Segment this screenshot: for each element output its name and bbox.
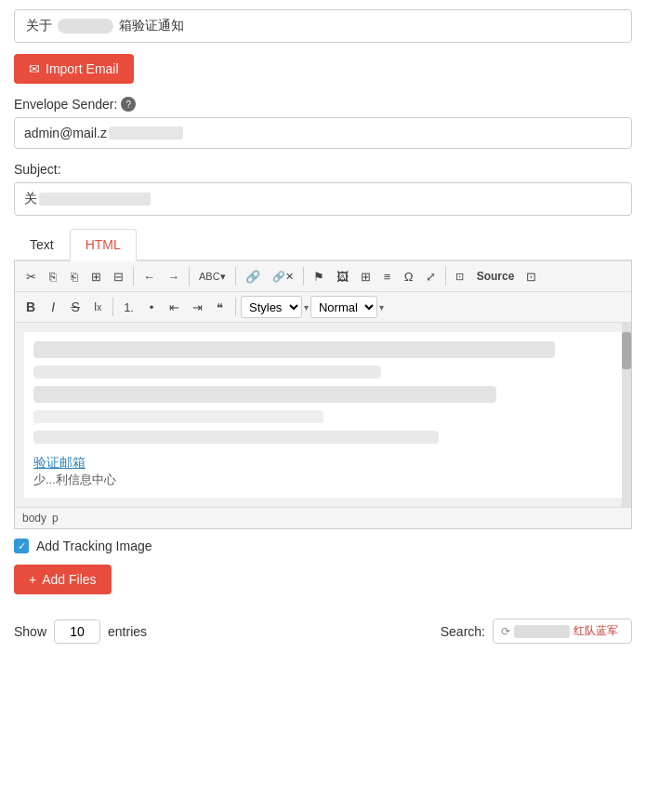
verify-link[interactable]: 验证邮箱 — [33, 455, 86, 470]
tabs-container: Text HTML — [14, 229, 632, 261]
blurred-block-5 — [33, 431, 439, 444]
add-files-button[interactable]: + Add Files — [14, 565, 112, 594]
tracking-label: Add Tracking Image — [36, 539, 152, 553]
import-icon: ✉ — [29, 61, 40, 76]
search-label: Search: — [441, 624, 485, 639]
subject-label: Subject: — [14, 162, 632, 177]
search-icon: ⟳ — [501, 625, 510, 638]
toolbar-divider-7 — [235, 298, 236, 316]
undo-button[interactable]: ← — [138, 265, 161, 287]
top-title-bar: 关于 箱验证通知 — [14, 9, 632, 43]
spellcheck-button[interactable]: ABC▾ — [193, 265, 231, 287]
entries-label: entries — [108, 624, 147, 639]
show-label: Show — [14, 624, 46, 639]
search-section: Search: ⟳ 红队蓝军 — [441, 619, 632, 644]
toolbar-row2: B I S Ix 1. • ⇤ ⇥ ❝ Styles ▾ Normal ▾ — [15, 292, 631, 323]
indent-button[interactable]: ⇥ — [187, 296, 208, 318]
italic-button[interactable]: I — [43, 296, 63, 318]
outdent-button[interactable]: ⇤ — [164, 296, 185, 318]
styles-select[interactable]: Styles — [241, 296, 302, 318]
hline-button[interactable]: ≡ — [377, 265, 398, 287]
copy-button[interactable]: ⎘ — [43, 265, 63, 287]
title-blurred — [58, 19, 113, 33]
paste-text-button[interactable]: ⊞ — [86, 265, 107, 287]
format-select[interactable]: Normal — [310, 296, 377, 318]
blockquote-button[interactable]: ❝ — [210, 296, 231, 318]
envelope-sender-value: admin@mail.z — [24, 126, 107, 140]
source-button[interactable]: Source — [471, 265, 521, 287]
ordered-list-button[interactable]: 1. — [118, 296, 139, 318]
editor-container: ✂ ⎘ ⎗ ⊞ ⊟ ← → ABC▾ 🔗 🔗✕ ⚑ 🖼 ⊞ ≡ Ω ⤢ ⊡ So… — [14, 261, 632, 529]
blurred-block-1 — [33, 341, 555, 358]
envelope-sender-label: Envelope Sender: ? — [14, 97, 632, 112]
title-prefix: 关于 — [26, 18, 52, 34]
tab-html[interactable]: HTML — [70, 229, 137, 261]
tab-text[interactable]: Text — [14, 229, 70, 260]
preview-button[interactable]: ⊡ — [450, 265, 470, 287]
image-button[interactable]: 🖼 — [331, 265, 354, 287]
paste-word-button[interactable]: ⊟ — [108, 265, 129, 287]
link-button[interactable]: 🔗 — [240, 265, 266, 287]
editor-body[interactable]: 验证邮箱 少...利信息中心 — [15, 323, 631, 507]
toolbar-divider-1 — [133, 267, 134, 286]
subject-input-wrapper[interactable]: 关 — [14, 182, 632, 216]
tracking-row: Add Tracking Image — [14, 539, 632, 553]
toolbar-divider-4 — [303, 267, 304, 286]
subject-blurred — [39, 193, 151, 206]
add-files-label: Add Files — [42, 572, 96, 587]
import-label: Import Email — [46, 61, 119, 76]
search-blurred-text — [514, 625, 570, 638]
toolbar-divider-5 — [445, 267, 446, 286]
blurred-block-3 — [33, 386, 496, 403]
partial-text: 少...利信息中心 — [33, 473, 116, 486]
search-input-wrapper[interactable]: ⟳ 红队蓝军 — [493, 619, 632, 644]
special-char-button[interactable]: Ω — [399, 265, 419, 287]
editor-statusbar: body p — [15, 507, 631, 528]
unordered-list-button[interactable]: • — [141, 296, 162, 318]
envelope-sender-input-wrapper[interactable]: admin@mail.z — [14, 117, 632, 149]
status-tag-body[interactable]: body — [22, 512, 46, 525]
envelope-sender-blurred — [109, 126, 183, 140]
format-arrow: ▾ — [379, 302, 384, 313]
styles-arrow: ▾ — [304, 302, 309, 313]
toolbar-divider-2 — [189, 267, 190, 286]
maximize-button[interactable]: ⤢ — [420, 265, 442, 287]
redo-button[interactable]: → — [162, 265, 185, 287]
help-icon[interactable]: ? — [121, 97, 136, 112]
entries-input[interactable] — [54, 619, 100, 644]
add-files-icon: + — [29, 572, 36, 587]
toolbar-divider-6 — [112, 298, 113, 316]
scrollbar-thumb[interactable] — [622, 332, 631, 369]
status-tag-p[interactable]: p — [52, 512, 59, 525]
template-button[interactable]: ⊡ — [521, 265, 542, 287]
blurred-block-2 — [33, 366, 381, 379]
title-suffix: 箱验证通知 — [119, 18, 184, 34]
blurred-block-4 — [33, 410, 323, 423]
show-entries: Show entries — [14, 619, 147, 644]
search-placeholder-text: 红队蓝军 — [573, 623, 618, 639]
subject-value: 关 — [24, 191, 37, 207]
toolbar-divider-3 — [235, 267, 236, 286]
envelope-sender-section: Envelope Sender: ? admin@mail.z — [14, 97, 632, 149]
remove-format-button[interactable]: Ix — [87, 296, 108, 318]
subject-section: Subject: 关 — [14, 162, 632, 216]
anchor-button[interactable]: ⚑ — [308, 265, 330, 287]
cut-button[interactable]: ✂ — [20, 265, 42, 287]
table-button[interactable]: ⊞ — [355, 265, 376, 287]
scrollbar-track[interactable] — [622, 323, 631, 507]
unlink-button[interactable]: 🔗✕ — [267, 265, 299, 287]
bottom-bar: Show entries Search: ⟳ 红队蓝军 — [14, 619, 632, 644]
tracking-checkbox[interactable] — [14, 539, 29, 553]
paste-button[interactable]: ⎗ — [64, 265, 85, 287]
editor-content: 验证邮箱 少...利信息中心 — [24, 332, 622, 498]
toolbar-row1: ✂ ⎘ ⎗ ⊞ ⊟ ← → ABC▾ 🔗 🔗✕ ⚑ 🖼 ⊞ ≡ Ω ⤢ ⊡ So… — [15, 261, 631, 292]
import-email-button[interactable]: ✉ Import Email — [14, 54, 134, 84]
bold-button[interactable]: B — [20, 296, 41, 318]
strikethrough-button[interactable]: S — [65, 296, 86, 318]
